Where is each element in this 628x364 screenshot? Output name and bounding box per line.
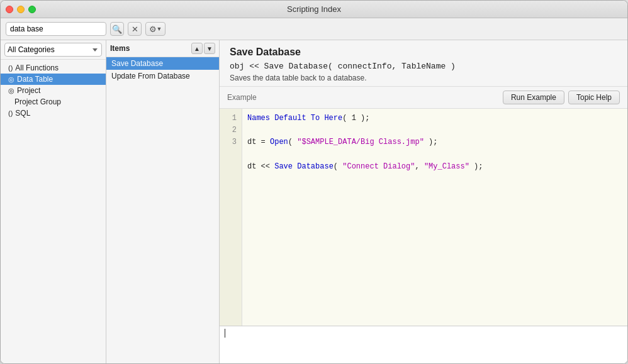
list-item-label: Save Database (111, 59, 163, 68)
example-toolbar: Example Run Example Topic Help (220, 87, 627, 108)
run-example-button[interactable]: Run Example (503, 91, 564, 104)
window-title: Scripting Index (287, 4, 341, 14)
line-num-1: 1 (225, 113, 237, 124)
items-list: Save Database Update From Database (106, 57, 219, 363)
detail-title: Save Database (230, 47, 617, 58)
sql-icon: () (8, 109, 13, 117)
titlebar: Scripting Index (1, 1, 627, 18)
main-content: All Categories Data Table Project SQL ()… (1, 40, 627, 363)
paren-icon: () (8, 64, 13, 72)
sidebar-item-label: All Functions (15, 63, 59, 72)
sidebar-item-data-table[interactable]: ◎ Data Table (1, 74, 106, 85)
traffic-lights (6, 6, 36, 13)
line-num-2: 2 (225, 124, 237, 136)
arrow-down-button[interactable]: ▼ (204, 43, 215, 54)
minimize-button[interactable] (17, 6, 25, 13)
sidebar-item-all-functions[interactable]: () All Functions (1, 62, 106, 74)
sidebar-item-project[interactable]: ◎ Project (1, 85, 106, 96)
items-arrows: ▲ ▼ (191, 43, 215, 54)
line-numbers: 1 2 3 (220, 109, 242, 326)
sidebar-item-label: Project (17, 86, 40, 95)
text-cursor (225, 329, 225, 338)
sidebar-item-project-group[interactable]: Project Group (1, 96, 106, 108)
example-label: Example (227, 93, 257, 102)
maximize-button[interactable] (28, 6, 36, 13)
list-item-update-from-database[interactable]: Update From Database (106, 70, 219, 82)
sidebar: All Categories Data Table Project SQL ()… (1, 40, 106, 363)
data-table-icon: ◎ (8, 75, 14, 84)
list-item-label: Update From Database (111, 72, 190, 80)
clear-button[interactable]: ✕ (128, 22, 142, 36)
items-header: Items ▲ ▼ (106, 40, 219, 57)
items-title: Items (110, 44, 130, 53)
code-content[interactable]: Names Default To Here( 1 ); dt = Open( "… (242, 109, 627, 326)
sidebar-item-label: SQL (15, 109, 30, 118)
app-window: Scripting Index 🔍 ✕ ⚙ ▼ All Categories D… (0, 0, 628, 364)
chevron-down-icon: ▼ (157, 26, 162, 32)
list-item-save-database[interactable]: Save Database (106, 57, 219, 70)
arrow-up-button[interactable]: ▲ (191, 43, 203, 54)
example-buttons: Run Example Topic Help (503, 91, 620, 104)
tree-list: () All Functions ◎ Data Table ◎ Project … (1, 60, 106, 363)
search-button[interactable]: 🔍 (110, 22, 124, 36)
project-icon: ◎ (8, 87, 14, 95)
category-wrapper: All Categories Data Table Project SQL (1, 40, 106, 60)
detail-panel: Save Database obj << Save Database( conn… (220, 40, 627, 363)
gear-icon: ⚙ (149, 25, 157, 34)
topic-help-button[interactable]: Topic Help (568, 91, 620, 104)
category-select[interactable]: All Categories Data Table Project SQL (4, 43, 102, 57)
settings-button[interactable]: ⚙ ▼ (145, 22, 165, 36)
line-num-3: 3 (225, 136, 237, 148)
toolbar: 🔍 ✕ ⚙ ▼ (1, 18, 627, 40)
items-panel: Items ▲ ▼ Save Database Update From Data… (106, 40, 220, 363)
search-icon: 🔍 (112, 25, 122, 34)
code-area: 1 2 3 Names Default To Here( 1 ); dt = O… (220, 108, 627, 326)
detail-description: Saves the data table back to a database. (230, 74, 617, 82)
sidebar-item-label: Project Group (14, 97, 61, 106)
sidebar-item-label: Data Table (17, 75, 53, 84)
close-button[interactable] (6, 6, 13, 13)
example-area: Example Run Example Topic Help 1 2 3 Nam… (220, 87, 627, 363)
search-input[interactable] (6, 22, 106, 36)
detail-signature: obj << Save Database( connectInfo, Table… (230, 62, 617, 71)
clear-icon: ✕ (132, 25, 138, 34)
sidebar-item-sql[interactable]: () SQL (1, 108, 106, 119)
detail-header: Save Database obj << Save Database( conn… (220, 40, 627, 87)
input-area[interactable] (220, 326, 627, 363)
